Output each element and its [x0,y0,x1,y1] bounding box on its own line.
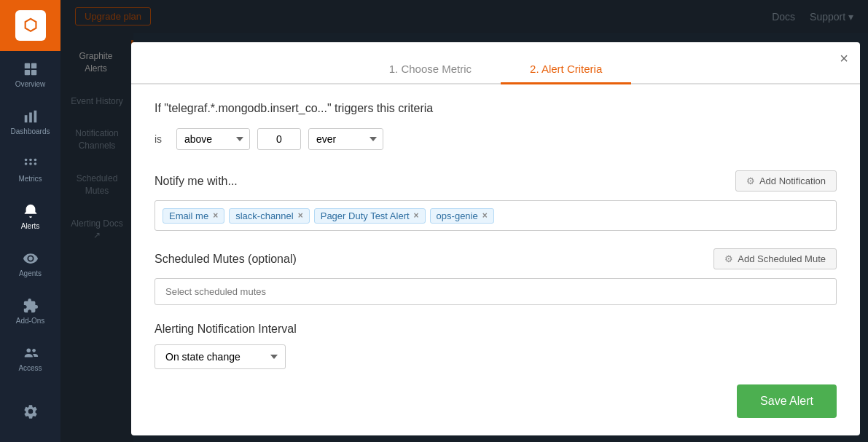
sidebar-item-alerts-label: Alerts [21,222,40,230]
condition-type-select[interactable]: above below equal to outside of [176,128,250,150]
sidebar: ⬡ Overview Dashboards Metrics Alerts [0,0,60,442]
criteria-title-text: If "telegraf.*.mongodb.insert_co..." tri… [155,102,433,114]
eye-icon [23,250,39,267]
svg-point-12 [34,159,36,162]
sidebar-item-add-ons-label: Add-Ons [16,317,44,325]
scheduled-mutes-section: Scheduled Mutes (optional) ⚙ Add Schedul… [155,248,837,305]
svg-point-9 [34,162,36,165]
svg-point-11 [29,159,32,162]
tag-slack-channel-remove[interactable]: × [298,211,303,220]
modal-tabs: 1. Choose Metric 2. Alert Criteria [131,42,860,84]
tag-ops-genie-remove[interactable]: × [482,211,488,220]
notify-tags-input[interactable] [498,210,829,221]
save-alert-button[interactable]: Save Alert [737,384,837,418]
sidebar-item-overview-label: Overview [15,80,46,88]
svg-point-7 [24,162,27,165]
chart-icon [23,108,39,125]
sidebar-item-metrics[interactable]: Metrics [0,146,60,193]
add-scheduled-mute-label: Add Scheduled Mute [738,253,826,264]
sidebar-item-add-ons[interactable]: Add-Ons [0,288,60,335]
puzzle-icon [23,298,39,314]
alerting-interval-select[interactable]: On state change Every 1 minute Every 5 m… [155,344,286,369]
svg-point-8 [29,162,32,165]
scheduled-mutes-header: Scheduled Mutes (optional) ⚙ Add Schedul… [155,248,837,269]
sidebar-item-access-label: Access [18,364,42,372]
tag-email-me-label: Email me [169,210,208,221]
tab-choose-metric[interactable]: 1. Choose Metric [360,55,501,84]
scheduled-mutes-title: Scheduled Mutes (optional) [155,253,297,266]
alerting-interval-title: Alerting Notification Interval [155,323,297,336]
svg-rect-2 [24,70,29,75]
sidebar-item-dashboards-label: Dashboards [11,127,50,135]
gear-small-icon: ⚙ [746,175,755,186]
alerting-interval-header: Alerting Notification Interval [155,323,837,336]
svg-rect-4 [24,115,27,122]
tag-ops-genie-label: ops-genie [437,210,478,221]
threshold-input[interactable] [257,128,301,150]
svg-point-13 [26,349,31,353]
condition-is-label: is [155,133,169,145]
tag-ops-genie: ops-genie × [430,208,494,224]
tag-pager-duty-remove[interactable]: × [414,211,419,220]
sidebar-bottom [0,387,60,435]
criteria-title: If "telegraf.*.mongodb.insert_co..." tri… [155,102,837,115]
tag-slack-channel-label: slack-channel [235,210,294,221]
sidebar-item-dashboards[interactable]: Dashboards [0,98,60,146]
add-notification-button[interactable]: ⚙ Add Notification [735,170,837,192]
svg-rect-6 [34,111,36,123]
tag-slack-channel: slack-channel × [229,208,310,224]
notify-tags-container[interactable]: Email me × slack-channel × Pager Duty Te… [155,200,837,231]
tag-email-me: Email me × [163,208,224,224]
sidebar-item-agents[interactable]: Agents [0,240,60,288]
tag-pager-duty: Pager Duty Test Alert × [314,208,426,224]
interval-select-wrap: On state change Every 1 minute Every 5 m… [155,344,286,369]
gear-icon [23,403,39,419]
tag-pager-duty-label: Pager Duty Test Alert [321,210,410,221]
scheduled-mutes-input[interactable] [155,278,837,305]
modal-body: If "telegraf.*.mongodb.insert_co..." tri… [131,84,860,404]
svg-rect-5 [29,113,32,123]
condition-row: is above below equal to outside of ever … [155,128,837,150]
add-notification-label: Add Notification [759,175,826,186]
sidebar-item-agents-label: Agents [19,269,42,277]
bell-icon [23,203,39,219]
tab-alert-criteria[interactable]: 2. Alert Criteria [501,55,631,84]
sidebar-item-overview[interactable]: Overview [0,51,60,98]
people-icon [23,345,39,361]
svg-point-14 [32,349,36,352]
sidebar-logo[interactable]: ⬡ [0,0,60,51]
svg-point-10 [24,159,27,162]
modal: × 1. Choose Metric 2. Alert Criteria If … [131,42,860,435]
svg-rect-0 [24,63,29,68]
svg-rect-3 [31,70,36,75]
notify-section-header: Notify me with... ⚙ Add Notification [155,170,837,192]
sidebar-item-metrics-label: Metrics [18,175,42,183]
notify-title: Notify me with... [155,175,238,188]
tag-email-me-remove[interactable]: × [213,211,218,220]
grid-icon [23,61,39,77]
sidebar-item-access[interactable]: Access [0,335,60,382]
time-select[interactable]: ever for 1 min for 5 min for 10 min [308,128,383,150]
svg-rect-1 [31,63,36,68]
add-scheduled-mute-button[interactable]: ⚙ Add Scheduled Mute [713,248,837,269]
dots-icon [23,156,39,172]
logo-icon: ⬡ [23,16,37,35]
sidebar-item-settings[interactable] [0,387,60,435]
alerting-interval-section: Alerting Notification Interval On state … [155,323,837,369]
sidebar-item-alerts[interactable]: Alerts [0,193,60,240]
gear-mute-icon: ⚙ [724,253,733,264]
